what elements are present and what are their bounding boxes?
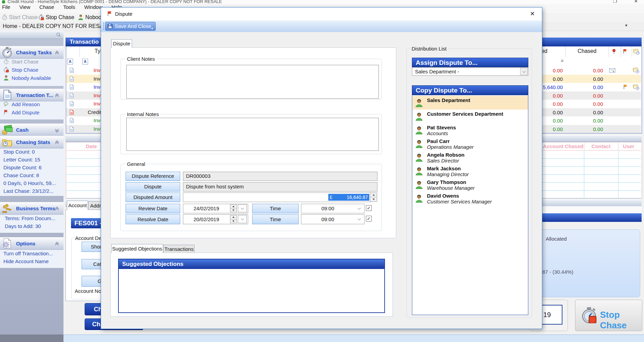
sidebar-item-nobody-available[interactable]: Nobody Available [0,74,63,82]
resolve-date-dropdown[interactable] [238,215,247,223]
col-chased[interactable]: Chased [565,48,609,54]
sidebar-item-stop-chase[interactable]: Stop Chase [0,66,63,74]
menu-item-tools[interactable]: Tools [63,4,75,10]
review-time-field[interactable]: 09:00 [301,204,364,213]
review-date-spinner[interactable] [230,204,237,212]
stop-chase-toolbar-button[interactable]: Stop Chase [46,14,74,20]
save-and-close-label: Save And Close [115,23,151,29]
suggested-objections-list[interactable] [119,269,384,312]
resolve-time-label: Time [252,214,299,224]
tab-suggested-objections[interactable]: Suggested Objections [111,244,163,253]
resolve-date-field[interactable]: 20/02/2019 [183,214,248,224]
stop-chase-big-button[interactable]: Stop Chase [575,300,642,331]
list-item-sales-department[interactable]: Sales Department [413,96,528,110]
list-item-pat-stevens[interactable]: Pat Stevens Accounts [413,123,528,137]
stop-chase-big-label: Stop Chase [600,310,642,331]
flag-icon[interactable] [622,49,628,55]
dialog-title: Dispute [115,11,132,17]
tab-home[interactable]: Home - DEALER COPY NOT FOR RESALE [3,23,110,29]
review-date-field[interactable]: 24/02/2019 [183,204,248,213]
stat-last-chase: Last Chase: 23/12/2... [3,188,54,194]
sidebar-item-add-reason[interactable]: Add Reason [0,100,63,109]
filter-menu-icon[interactable]: ≡ [561,58,563,63]
sidebar-panel-options-header[interactable]: Options [0,237,63,250]
magnifier-icon[interactable] [56,32,61,39]
save-icon [108,24,113,30]
menu-item-chase[interactable]: Chase [39,4,54,10]
col-contact[interactable]: Contact [584,143,618,149]
sidebar-panel-cash-header[interactable]: Cash [0,124,63,136]
tab-dispute[interactable]: Dispute [111,39,132,48]
dispute-reference-label: Dispute Reference [126,172,180,181]
person-icon [78,14,84,22]
statusbar [63,334,644,342]
resolve-date-spinner[interactable] [230,215,237,223]
amount-spinner[interactable] [370,193,377,202]
tab-list-caret-icon[interactable]: ▼ [625,24,628,27]
stopwatch-icon [2,14,8,22]
cash-icon [2,124,13,135]
pin-icon[interactable] [612,49,616,56]
toolbar-drag-handle[interactable] [103,23,104,30]
disputed-amount-field[interactable]: £16,640.87 [183,193,371,202]
dispute-reference-field[interactable]: DR000003 [183,172,377,181]
col-account-chased[interactable]: Account Chased [542,143,584,149]
days-to-add-item[interactable]: Days to Add: 30 [5,223,41,229]
review-checkbox[interactable]: ✓ [366,205,372,211]
maximize-button[interactable]: ❐ [613,0,617,4]
list-item-customer-services[interactable]: Customer Services Department [413,110,528,123]
list-item-paul-carr[interactable]: Paul Carr Operations Manager [413,137,528,151]
avatar [415,180,424,190]
sidebar-panel-chasing-tasks-header[interactable]: Chasing Tasks [0,46,63,59]
review-date-dropdown[interactable] [238,204,247,212]
list-item-mark-jackson[interactable]: Mark Jackson Managing Director [413,164,528,178]
resolve-date-label: Resolve Date [126,214,180,224]
resolve-time-dropdown[interactable] [355,215,363,223]
sidebar-panel-stats-header[interactable]: Chasing Stats [0,136,63,148]
allocated-value: 87 - (30.44%) [542,269,573,275]
review-time-label: Time [252,204,299,213]
list-item-gary-thompson[interactable]: Gary Thompson Warehouse Manager [413,178,528,191]
start-chase-button[interactable]: Start Chase [9,14,38,20]
terms-item[interactable]: Terms: From Docum... [5,215,55,221]
save-options-caret-icon[interactable] [151,28,153,29]
stat-duration: 0 Day/s, 0 Hour/s, 59... [3,180,56,186]
assign-dispute-dropdown[interactable] [520,68,528,75]
client-notes-textarea[interactable] [126,65,379,99]
option-turn-off-transaction[interactable]: Turn off Transaction... [3,251,53,256]
assign-dispute-combobox[interactable]: Sales Department - [412,67,528,76]
menu-item-view[interactable]: View [19,4,30,10]
dialog-close-button[interactable]: ✕ [530,10,535,17]
dispute-field[interactable]: Dispute from host system [183,182,377,191]
internal-notes-label: Internal Notes [126,111,160,117]
review-time-dropdown[interactable] [355,204,363,212]
right-panel-header [542,213,642,222]
filter-a-button[interactable]: A [82,59,88,65]
sidebar-item-start-chase[interactable]: Start Chase [0,58,63,66]
filter-a-button[interactable]: A [67,59,73,65]
internal-notes-textarea[interactable] [126,118,379,151]
document-icon [69,93,74,100]
resolve-checkbox[interactable]: ✓ [366,216,372,222]
client-notes-label: Client Notes [126,56,156,62]
close-button[interactable]: ✕ [634,0,638,4]
menu-item-window[interactable]: Window [84,4,102,10]
letters-icon[interactable] [633,48,640,56]
save-and-close-button[interactable]: Save And Close [105,22,156,31]
distribution-list-label: Distribution List [410,46,448,52]
tab-transactions[interactable]: Transactions [163,245,195,253]
envelope-icon [609,68,615,74]
col-user[interactable]: User [618,143,639,149]
list-item-david-owens[interactable]: David Owens Customer Services Manager [413,191,528,205]
menu-item-file[interactable]: File [2,4,10,10]
resolve-time-field[interactable]: 09:00 [301,214,364,224]
review-date-label: Review Date [126,204,180,213]
sidebar-panel-transaction-header[interactable]: Transaction T... [0,89,63,101]
list-item-angela-robson[interactable]: Angela Robson Sales Director [413,151,528,164]
tab-account[interactable]: Account [67,201,88,210]
sidebar-panel-terms-header[interactable]: Business Terms [0,202,63,215]
document-icon [69,101,74,108]
sidebar-item-add-dispute[interactable]: Add Dispute [0,109,63,117]
option-hide-account-name[interactable]: Hide Account Name [3,258,49,264]
dialog-titlebar[interactable]: Dispute ✕ [101,8,542,20]
